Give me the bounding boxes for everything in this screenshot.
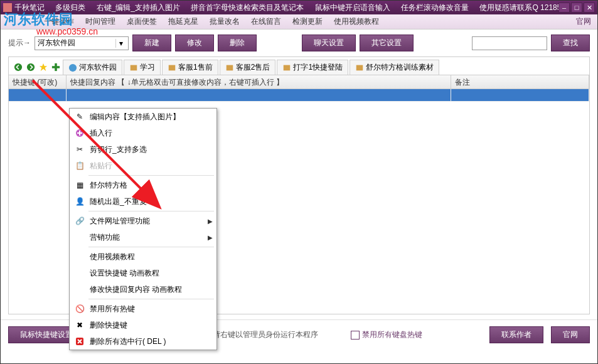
nav-favorite-icon[interactable] (38, 62, 48, 72)
cut-icon: ✂ (73, 145, 86, 154)
menu-video[interactable]: 使用视频教程 (328, 14, 385, 29)
nav-add-icon[interactable] (51, 62, 61, 72)
other-settings-button[interactable]: 其它设置 (360, 35, 414, 51)
delete-button[interactable]: 删除 (218, 35, 257, 51)
svg-point-0 (14, 63, 22, 71)
svg-rect-9 (356, 65, 363, 70)
cm-marketing[interactable]: 营销功能▶ (70, 229, 216, 245)
plus-icon (73, 129, 86, 137)
separator (88, 175, 214, 176)
svg-rect-7 (226, 65, 233, 70)
paste-icon: 📋 (73, 161, 86, 170)
chevron-down-icon: ▾ (115, 39, 125, 48)
col-remark[interactable]: 备注 (451, 75, 589, 88)
tab-shulte[interactable]: 舒尔特方格训练素材 (350, 60, 439, 75)
person-icon: 👤 (73, 197, 86, 206)
svg-rect-5 (131, 65, 137, 70)
cm-random[interactable]: 👤随机出题_不重复 (70, 193, 216, 210)
cm-delete-selected[interactable]: 删除所有选中行( DEL ) (70, 333, 216, 350)
cm-edit-content-tutorial[interactable]: 修改快捷回复内容 动画教程 (70, 281, 216, 297)
cm-cut-row[interactable]: ✂剪切行_支持多选 (70, 141, 216, 158)
toolbar: 提示→ 河东软件园 ▾ 新建 修改 删除 聊天设置 其它设置 查找 (1, 29, 597, 56)
tab-cs1[interactable]: 客服1售前 (162, 60, 218, 75)
disable-hotkeys-checkbox[interactable]: 禁用所有键盘热键 (351, 329, 422, 340)
svg-point-1 (27, 63, 35, 71)
context-menu: ✎编辑内容【支持插入图片】 插入行 ✂剪切行_支持多选 📋粘贴行 ▦舒尔特方格 … (69, 108, 217, 350)
menu-official-site[interactable]: 官网 (576, 16, 591, 27)
tab-type1[interactable]: 打字1快捷登陆 (277, 60, 348, 75)
close-button[interactable]: ✕ (584, 3, 595, 13)
search-button[interactable]: 查找 (551, 35, 590, 51)
chat-settings-button[interactable]: 聊天设置 (302, 35, 356, 51)
cm-set-hotkey-tutorial[interactable]: 设置快捷键 动画教程 (70, 265, 216, 281)
svg-rect-8 (284, 65, 291, 70)
category-combo[interactable]: 河东软件园 ▾ (35, 36, 129, 50)
tab-hedong[interactable]: 河东软件园 (63, 60, 122, 75)
cm-insert-row[interactable]: 插入行 (70, 125, 216, 141)
app-icon (3, 3, 12, 12)
svg-rect-3 (52, 66, 60, 68)
nav-back-icon[interactable] (13, 62, 23, 72)
nav-forward-icon[interactable] (26, 62, 36, 72)
menu-onekey[interactable]: 一键操作 (38, 14, 80, 29)
menu-update[interactable]: 检测更新 (287, 14, 328, 29)
cm-video-tutorial[interactable]: 使用视频教程 (70, 249, 216, 265)
tab-strip: 河东软件园 学习 客服1售前 客服2售后 打字1快捷登陆 舒尔特方格训练素材 (9, 57, 589, 75)
official-site-button[interactable]: 官网 (551, 326, 590, 343)
contact-author-button[interactable]: 联系作者 (489, 326, 543, 343)
tab-study[interactable]: 学习 (124, 60, 161, 75)
cm-file-url-mgmt[interactable]: 🔗文件网址管理功能▶ (70, 213, 216, 229)
menu-time[interactable]: 时间管理 (80, 14, 121, 29)
col-content[interactable]: 快捷回复内容 【 ↓单元格双击可直接修改内容，右键可插入行 】 (67, 75, 451, 88)
menu-procrastinate[interactable]: 拖延克星 (163, 14, 204, 29)
col-hotkey[interactable]: 快捷键 (可改) (9, 75, 67, 88)
cm-shulte[interactable]: ▦舒尔特方格 (70, 177, 216, 193)
combo-value: 河东软件园 (38, 38, 75, 48)
grid-icon: ▦ (73, 181, 86, 190)
submenu-arrow-icon: ▶ (208, 218, 213, 225)
menu-bar: 一键操作 时间管理 桌面便签 拖延克星 批量改名 在线留言 检测更新 使用视频教… (1, 14, 597, 29)
maximize-button[interactable]: □ (571, 3, 582, 13)
cm-delete-hotkey[interactable]: ✖删除快捷键 (70, 317, 216, 333)
svg-point-4 (69, 63, 77, 71)
pencil-icon: ✎ (73, 112, 86, 121)
link-icon: 🔗 (73, 217, 86, 225)
title-bar: 千秋笔记 多级归类 右键_编辑_支持插入图片 拼音首字母快速检索类目及笔记本 鼠… (1, 1, 597, 14)
minimize-button[interactable]: – (558, 3, 570, 13)
separator (88, 211, 214, 211)
cm-paste-row[interactable]: 📋粘贴行 (70, 158, 216, 174)
new-button[interactable]: 新建 (132, 35, 171, 51)
edit-button[interactable]: 修改 (175, 35, 214, 51)
menu-message[interactable]: 在线留言 (245, 14, 287, 29)
svg-rect-6 (169, 65, 176, 70)
menu-sticky[interactable]: 桌面便签 (121, 14, 163, 29)
cm-disable-hotkeys[interactable]: 🚫禁用所有热键 (70, 301, 216, 317)
grid-row-selected[interactable] (9, 89, 589, 102)
checkbox-label: 禁用所有键盘热键 (362, 329, 422, 340)
delete-icon: ✖ (73, 321, 86, 329)
search-input[interactable] (472, 36, 547, 50)
grid-header: 快捷键 (可改) 快捷回复内容 【 ↓单元格双击可直接修改内容，右键可插入行 】… (9, 75, 589, 89)
tab-cs2[interactable]: 客服2售后 (220, 60, 276, 75)
separator (88, 247, 214, 247)
prompt-label: 提示→ (8, 38, 31, 48)
checkbox-icon (351, 331, 360, 340)
menu-rename[interactable]: 批量改名 (204, 14, 245, 29)
submenu-arrow-icon: ▶ (208, 234, 213, 241)
separator (88, 299, 214, 299)
cm-edit-content[interactable]: ✎编辑内容【支持插入图片】 (70, 109, 216, 125)
delete-red-icon (73, 337, 86, 346)
ban-icon: 🚫 (73, 304, 86, 313)
title-text: 千秋笔记 多级归类 右键_编辑_支持插入图片 拼音首字母快速检索类目及笔记本 鼠… (14, 3, 558, 13)
